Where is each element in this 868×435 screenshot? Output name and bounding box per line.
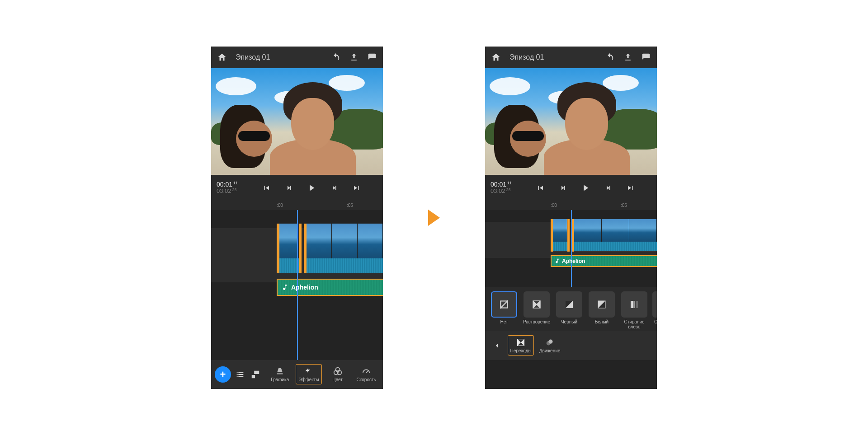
bottom-toolbar: Переходы Движение	[485, 331, 657, 360]
video-preview[interactable]	[485, 68, 657, 175]
playhead[interactable]	[571, 210, 572, 287]
phone-screen-left: Эпизод 01 00:0111 03:0226 :0	[211, 47, 383, 389]
music-note-icon	[281, 284, 288, 291]
transition-black[interactable]: Черный	[555, 291, 584, 329]
timeline[interactable]: Aphelion	[485, 210, 657, 287]
none-icon	[498, 299, 510, 310]
svg-point-11	[547, 341, 551, 345]
effects-tab[interactable]: Эффекты	[296, 364, 322, 384]
svg-rect-8	[633, 301, 635, 308]
current-frames: 11	[507, 181, 512, 185]
total-time: 03:02	[217, 187, 231, 194]
home-icon[interactable]	[216, 51, 228, 64]
color-icon	[333, 366, 343, 376]
frame-forward-icon[interactable]	[328, 182, 340, 194]
play-icon[interactable]	[305, 182, 318, 194]
transitions-panel: Нет Растворение Черный Белый Стирание вл…	[485, 287, 657, 331]
total-time: 03:02	[491, 187, 505, 194]
graphics-tab[interactable]: Графика	[267, 365, 293, 384]
comment-icon[interactable]	[640, 51, 652, 64]
project-title: Эпизод 01	[509, 53, 598, 61]
play-icon[interactable]	[579, 182, 592, 194]
timecode-display: 00:0111 03:0226	[217, 181, 244, 195]
home-icon[interactable]	[490, 51, 502, 64]
total-frames: 26	[232, 187, 237, 192]
transitions-tab[interactable]: Переходы	[508, 335, 534, 355]
share-icon[interactable]	[622, 51, 634, 64]
effects-icon	[303, 366, 314, 376]
timeline[interactable]: Aphelion	[211, 210, 383, 360]
current-time: 00:01	[491, 181, 506, 188]
transport-bar: 00:0111 03:0226	[485, 175, 657, 201]
ruler-mark: :05	[347, 203, 353, 208]
svg-rect-9	[636, 301, 638, 308]
frame-back-icon[interactable]	[557, 182, 569, 194]
transition-dissolve[interactable]: Растворение	[522, 291, 551, 329]
project-title: Эпизод 01	[236, 53, 324, 61]
skip-start-icon[interactable]	[260, 182, 273, 194]
current-time: 00:01	[217, 181, 232, 188]
tab-label: Графика	[271, 377, 289, 382]
topbar: Эпизод 01	[211, 47, 383, 68]
tab-label: Цвет	[332, 377, 342, 382]
current-frames: 11	[233, 181, 238, 185]
video-preview[interactable]	[211, 68, 383, 175]
audio-clip-name: Aphelion	[562, 258, 585, 264]
frame-forward-icon[interactable]	[602, 182, 614, 194]
audio-clip[interactable]: Aphelion	[277, 279, 383, 296]
comment-icon[interactable]	[366, 51, 378, 64]
tab-label: Переходы	[510, 348, 532, 353]
tab-label: Движение	[539, 348, 561, 353]
ruler-mark: :00	[551, 203, 557, 208]
tab-label: Эффекты	[298, 377, 319, 382]
color-tab[interactable]: Цвет	[325, 365, 351, 384]
arrow-separator-icon	[428, 210, 440, 226]
motion-tab[interactable]: Движение	[537, 336, 563, 355]
skip-end-icon[interactable]	[350, 182, 363, 194]
total-frames: 26	[506, 187, 511, 192]
frame-back-icon[interactable]	[283, 182, 295, 194]
black-icon	[564, 299, 575, 310]
dissolve-icon	[531, 299, 542, 310]
wipe-left-icon	[629, 299, 640, 310]
list-icon[interactable]	[234, 368, 246, 381]
ruler-mark: :00	[277, 203, 283, 208]
layers-icon[interactable]	[249, 368, 262, 381]
add-button[interactable]: +	[215, 366, 231, 383]
audio-clip[interactable]: Aphelion	[551, 255, 657, 267]
transition-none[interactable]: Нет	[490, 291, 519, 329]
transitions-icon	[516, 337, 526, 347]
timecode-display: 00:0111 03:0226	[491, 181, 518, 195]
tab-label: Скорость	[357, 377, 376, 382]
transition-wipe-left[interactable]: Стирание влево	[620, 291, 649, 329]
white-icon	[596, 299, 607, 310]
topbar: Эпизод 01	[485, 47, 657, 68]
share-icon[interactable]	[348, 51, 360, 64]
bottom-toolbar: + Графика Эффекты Цвет Скорость	[211, 360, 383, 389]
ruler-mark: :05	[621, 203, 627, 208]
music-note-icon	[554, 258, 560, 264]
skip-end-icon[interactable]	[624, 182, 637, 194]
video-clip[interactable]	[572, 219, 657, 252]
skip-start-icon[interactable]	[534, 182, 547, 194]
phone-screen-right: Эпизод 01 00:0111 03:0226 :0	[485, 47, 657, 389]
video-clip[interactable]	[304, 224, 383, 273]
svg-line-4	[500, 300, 508, 308]
back-icon[interactable]	[489, 339, 505, 352]
transition-white[interactable]: Белый	[587, 291, 616, 329]
video-clip[interactable]	[551, 219, 570, 252]
transition-wipe-right[interactable]: Ст…	[652, 291, 657, 329]
motion-icon	[545, 337, 555, 347]
transport-bar: 00:0111 03:0226	[211, 175, 383, 201]
timeline-ruler[interactable]: :00 :05	[485, 201, 657, 210]
speed-icon	[361, 366, 371, 376]
undo-icon[interactable]	[604, 51, 616, 64]
speed-tab[interactable]: Скорость	[353, 365, 379, 384]
audio-clip-name: Aphelion	[291, 284, 318, 291]
undo-icon[interactable]	[330, 51, 342, 64]
timeline-ruler[interactable]: :00 :05	[211, 201, 383, 210]
svg-rect-7	[631, 301, 633, 308]
graphics-icon	[275, 366, 285, 376]
